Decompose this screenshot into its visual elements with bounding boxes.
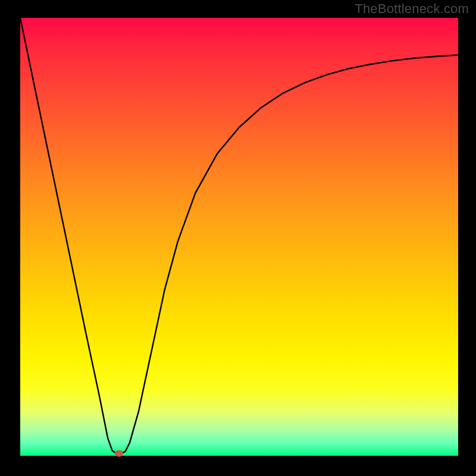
attribution-label: TheBottleneck.com bbox=[355, 1, 469, 17]
chart-outer-frame: TheBottleneck.com bbox=[0, 0, 476, 476]
curve-layer bbox=[20, 18, 458, 456]
bottleneck-curve bbox=[20, 18, 458, 453]
optimal-point-marker bbox=[115, 450, 123, 457]
plot-area bbox=[20, 18, 458, 456]
